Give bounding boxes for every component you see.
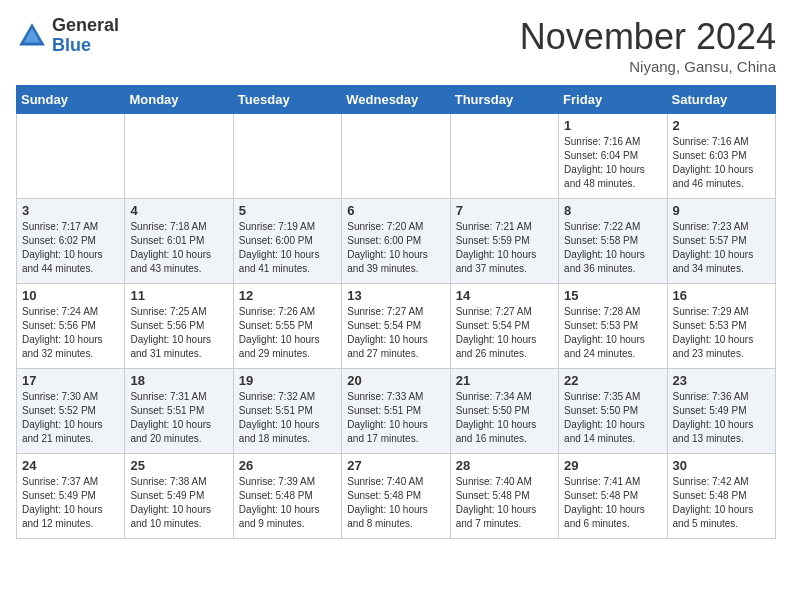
day-number: 25: [130, 458, 227, 473]
calendar-body: 1Sunrise: 7:16 AM Sunset: 6:04 PM Daylig…: [17, 114, 776, 539]
page-header: General Blue November 2024 Niyang, Gansu…: [16, 16, 776, 75]
calendar-cell: 11Sunrise: 7:25 AM Sunset: 5:56 PM Dayli…: [125, 284, 233, 369]
day-number: 17: [22, 373, 119, 388]
day-number: 27: [347, 458, 444, 473]
weekday-monday: Monday: [125, 86, 233, 114]
day-number: 16: [673, 288, 770, 303]
day-number: 3: [22, 203, 119, 218]
day-info: Sunrise: 7:25 AM Sunset: 5:56 PM Dayligh…: [130, 305, 227, 361]
day-info: Sunrise: 7:29 AM Sunset: 5:53 PM Dayligh…: [673, 305, 770, 361]
day-info: Sunrise: 7:27 AM Sunset: 5:54 PM Dayligh…: [456, 305, 553, 361]
day-number: 8: [564, 203, 661, 218]
day-info: Sunrise: 7:42 AM Sunset: 5:48 PM Dayligh…: [673, 475, 770, 531]
day-info: Sunrise: 7:37 AM Sunset: 5:49 PM Dayligh…: [22, 475, 119, 531]
day-info: Sunrise: 7:26 AM Sunset: 5:55 PM Dayligh…: [239, 305, 336, 361]
day-info: Sunrise: 7:17 AM Sunset: 6:02 PM Dayligh…: [22, 220, 119, 276]
day-number: 2: [673, 118, 770, 133]
calendar-cell: 14Sunrise: 7:27 AM Sunset: 5:54 PM Dayli…: [450, 284, 558, 369]
day-number: 28: [456, 458, 553, 473]
day-number: 21: [456, 373, 553, 388]
calendar-cell: 9Sunrise: 7:23 AM Sunset: 5:57 PM Daylig…: [667, 199, 775, 284]
day-info: Sunrise: 7:35 AM Sunset: 5:50 PM Dayligh…: [564, 390, 661, 446]
day-number: 13: [347, 288, 444, 303]
day-number: 24: [22, 458, 119, 473]
day-number: 4: [130, 203, 227, 218]
week-row-2: 3Sunrise: 7:17 AM Sunset: 6:02 PM Daylig…: [17, 199, 776, 284]
day-info: Sunrise: 7:31 AM Sunset: 5:51 PM Dayligh…: [130, 390, 227, 446]
calendar-table: SundayMondayTuesdayWednesdayThursdayFrid…: [16, 85, 776, 539]
calendar-cell: 21Sunrise: 7:34 AM Sunset: 5:50 PM Dayli…: [450, 369, 558, 454]
week-row-5: 24Sunrise: 7:37 AM Sunset: 5:49 PM Dayli…: [17, 454, 776, 539]
day-info: Sunrise: 7:30 AM Sunset: 5:52 PM Dayligh…: [22, 390, 119, 446]
day-info: Sunrise: 7:19 AM Sunset: 6:00 PM Dayligh…: [239, 220, 336, 276]
day-info: Sunrise: 7:27 AM Sunset: 5:54 PM Dayligh…: [347, 305, 444, 361]
day-info: Sunrise: 7:33 AM Sunset: 5:51 PM Dayligh…: [347, 390, 444, 446]
day-number: 15: [564, 288, 661, 303]
calendar-cell: 22Sunrise: 7:35 AM Sunset: 5:50 PM Dayli…: [559, 369, 667, 454]
day-number: 23: [673, 373, 770, 388]
day-number: 6: [347, 203, 444, 218]
day-number: 29: [564, 458, 661, 473]
day-number: 26: [239, 458, 336, 473]
weekday-thursday: Thursday: [450, 86, 558, 114]
weekday-saturday: Saturday: [667, 86, 775, 114]
calendar-cell: 27Sunrise: 7:40 AM Sunset: 5:48 PM Dayli…: [342, 454, 450, 539]
day-number: 9: [673, 203, 770, 218]
logo: General Blue: [16, 16, 119, 56]
calendar-cell: 24Sunrise: 7:37 AM Sunset: 5:49 PM Dayli…: [17, 454, 125, 539]
logo-general-text: General: [52, 15, 119, 35]
day-number: 10: [22, 288, 119, 303]
calendar-cell: 4Sunrise: 7:18 AM Sunset: 6:01 PM Daylig…: [125, 199, 233, 284]
calendar-cell: 13Sunrise: 7:27 AM Sunset: 5:54 PM Dayli…: [342, 284, 450, 369]
day-info: Sunrise: 7:20 AM Sunset: 6:00 PM Dayligh…: [347, 220, 444, 276]
week-row-1: 1Sunrise: 7:16 AM Sunset: 6:04 PM Daylig…: [17, 114, 776, 199]
calendar-cell: [17, 114, 125, 199]
day-number: 18: [130, 373, 227, 388]
day-info: Sunrise: 7:40 AM Sunset: 5:48 PM Dayligh…: [456, 475, 553, 531]
calendar-cell: 3Sunrise: 7:17 AM Sunset: 6:02 PM Daylig…: [17, 199, 125, 284]
weekday-header-row: SundayMondayTuesdayWednesdayThursdayFrid…: [17, 86, 776, 114]
calendar-cell: 20Sunrise: 7:33 AM Sunset: 5:51 PM Dayli…: [342, 369, 450, 454]
calendar-cell: 16Sunrise: 7:29 AM Sunset: 5:53 PM Dayli…: [667, 284, 775, 369]
logo-blue-text: Blue: [52, 35, 91, 55]
day-number: 7: [456, 203, 553, 218]
day-number: 5: [239, 203, 336, 218]
month-title: November 2024: [520, 16, 776, 58]
calendar-cell: 8Sunrise: 7:22 AM Sunset: 5:58 PM Daylig…: [559, 199, 667, 284]
day-info: Sunrise: 7:38 AM Sunset: 5:49 PM Dayligh…: [130, 475, 227, 531]
calendar-cell: [233, 114, 341, 199]
calendar-cell: 2Sunrise: 7:16 AM Sunset: 6:03 PM Daylig…: [667, 114, 775, 199]
day-number: 30: [673, 458, 770, 473]
calendar-cell: 5Sunrise: 7:19 AM Sunset: 6:00 PM Daylig…: [233, 199, 341, 284]
calendar-cell: 30Sunrise: 7:42 AM Sunset: 5:48 PM Dayli…: [667, 454, 775, 539]
calendar-cell: 19Sunrise: 7:32 AM Sunset: 5:51 PM Dayli…: [233, 369, 341, 454]
day-info: Sunrise: 7:16 AM Sunset: 6:04 PM Dayligh…: [564, 135, 661, 191]
weekday-wednesday: Wednesday: [342, 86, 450, 114]
day-number: 19: [239, 373, 336, 388]
calendar-cell: [125, 114, 233, 199]
location: Niyang, Gansu, China: [520, 58, 776, 75]
day-info: Sunrise: 7:40 AM Sunset: 5:48 PM Dayligh…: [347, 475, 444, 531]
day-info: Sunrise: 7:21 AM Sunset: 5:59 PM Dayligh…: [456, 220, 553, 276]
logo-icon: [16, 20, 48, 52]
calendar-cell: 25Sunrise: 7:38 AM Sunset: 5:49 PM Dayli…: [125, 454, 233, 539]
week-row-3: 10Sunrise: 7:24 AM Sunset: 5:56 PM Dayli…: [17, 284, 776, 369]
calendar-cell: 23Sunrise: 7:36 AM Sunset: 5:49 PM Dayli…: [667, 369, 775, 454]
calendar-cell: 18Sunrise: 7:31 AM Sunset: 5:51 PM Dayli…: [125, 369, 233, 454]
calendar-cell: 7Sunrise: 7:21 AM Sunset: 5:59 PM Daylig…: [450, 199, 558, 284]
day-info: Sunrise: 7:22 AM Sunset: 5:58 PM Dayligh…: [564, 220, 661, 276]
calendar-cell: [342, 114, 450, 199]
calendar-cell: 28Sunrise: 7:40 AM Sunset: 5:48 PM Dayli…: [450, 454, 558, 539]
weekday-friday: Friday: [559, 86, 667, 114]
day-info: Sunrise: 7:39 AM Sunset: 5:48 PM Dayligh…: [239, 475, 336, 531]
day-number: 1: [564, 118, 661, 133]
calendar-cell: 15Sunrise: 7:28 AM Sunset: 5:53 PM Dayli…: [559, 284, 667, 369]
day-info: Sunrise: 7:23 AM Sunset: 5:57 PM Dayligh…: [673, 220, 770, 276]
day-info: Sunrise: 7:41 AM Sunset: 5:48 PM Dayligh…: [564, 475, 661, 531]
day-info: Sunrise: 7:36 AM Sunset: 5:49 PM Dayligh…: [673, 390, 770, 446]
day-number: 14: [456, 288, 553, 303]
calendar-cell: 1Sunrise: 7:16 AM Sunset: 6:04 PM Daylig…: [559, 114, 667, 199]
day-info: Sunrise: 7:34 AM Sunset: 5:50 PM Dayligh…: [456, 390, 553, 446]
day-info: Sunrise: 7:18 AM Sunset: 6:01 PM Dayligh…: [130, 220, 227, 276]
calendar-cell: 12Sunrise: 7:26 AM Sunset: 5:55 PM Dayli…: [233, 284, 341, 369]
